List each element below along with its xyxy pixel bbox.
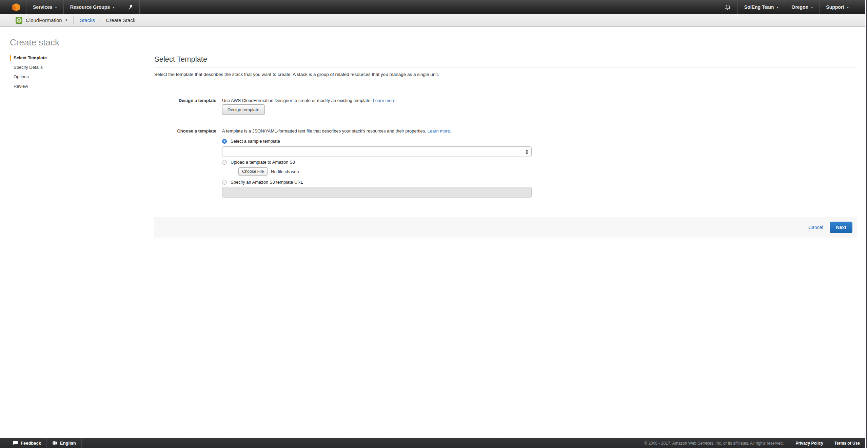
language-button[interactable]: English (47, 438, 81, 448)
choose-template-text: A template is a JSON/YAML-formatted text… (222, 128, 426, 134)
select-stepper-icon (526, 149, 528, 155)
design-template-label: Design a template (154, 98, 216, 103)
heading-divider (154, 67, 857, 67)
speech-bubble-icon (13, 441, 18, 446)
breadcrumb-separator: › (100, 18, 101, 23)
chevron-down-icon: ▾ (65, 18, 67, 22)
account-label: SolEng Team (744, 4, 774, 10)
section-heading: Select Template (154, 55, 207, 64)
cancel-button[interactable]: Cancel (808, 225, 823, 230)
top-nav-right: SolEng Team ▾ Oregon ▾ Support ▾ (718, 0, 865, 14)
service-breadcrumb-bar: CloudFormation ▾ Stacks › Create Stack (0, 14, 865, 27)
support-label: Support (826, 4, 844, 10)
footer-divider (81, 438, 82, 448)
resource-groups-menu[interactable]: Resource Groups ▾ (64, 0, 121, 14)
radio-sample-template-label: Select a sample template (231, 139, 280, 144)
pin-icon (127, 4, 133, 10)
radio-selected-icon[interactable] (222, 139, 227, 144)
wizard-action-bar: Cancel Next (154, 217, 857, 238)
region-menu[interactable]: Oregon ▾ (785, 0, 820, 14)
design-template-button[interactable]: Design template (222, 104, 265, 115)
window-edge-line (866, 0, 867, 448)
support-menu[interactable]: Support ▾ (820, 0, 855, 14)
feedback-button[interactable]: Feedback (7, 438, 46, 448)
nav-divider (139, 0, 140, 14)
resource-groups-label: Resource Groups (70, 4, 110, 10)
step-review[interactable]: Review (10, 84, 47, 89)
terms-of-use-link[interactable]: Terms of Use (829, 438, 865, 448)
breadcrumb-stacks-link[interactable]: Stacks (80, 17, 95, 23)
choose-learn-more-link[interactable]: Learn more. (428, 128, 451, 134)
step-select-template[interactable]: Select Template (10, 55, 47, 61)
section-description: Select the template that describes the s… (154, 72, 439, 77)
services-label: Services (33, 4, 53, 10)
radio-sample-template[interactable]: Select a sample template (222, 139, 280, 144)
footer-bar: Feedback English © 2008 - 2017, Amazon W… (0, 438, 865, 448)
radio-unselected-icon[interactable] (222, 180, 227, 185)
chevron-down-icon: ▾ (55, 5, 57, 9)
aws-cube-icon (12, 3, 21, 12)
page-title: Create stack (10, 37, 59, 48)
radio-template-url-label: Specify an Amazon S3 template URL (231, 180, 303, 185)
sample-template-select[interactable] (222, 146, 532, 157)
region-label: Oregon (792, 4, 809, 10)
globe-icon (52, 441, 57, 446)
wizard-steps: Select Template Specify Details Options … (10, 55, 47, 93)
file-status-text: No file chosen (271, 169, 299, 174)
top-nav-bar: Services ▾ Resource Groups ▾ (0, 0, 865, 14)
bell-icon (725, 4, 731, 11)
choose-template-label: Choose a template (154, 128, 216, 134)
radio-upload-template-label: Upload a template to Amazon S3 (231, 160, 295, 165)
footer-right: © 2008 - 2017, Amazon Web Services, Inc.… (638, 438, 865, 448)
cloudformation-icon (16, 17, 22, 24)
design-template-description: Use AWS CloudFormation Designer to creat… (222, 98, 397, 103)
feedback-label: Feedback (21, 441, 41, 446)
choose-template-description: A template is a JSON/YAML-formatted text… (222, 128, 451, 134)
radio-unselected-icon[interactable] (222, 160, 227, 165)
design-learn-more-link[interactable]: Learn more. (373, 98, 397, 103)
design-template-text: Use AWS CloudFormation Designer to creat… (222, 98, 372, 103)
step-specify-details[interactable]: Specify Details (10, 65, 47, 70)
radio-upload-template[interactable]: Upload a template to Amazon S3 (222, 160, 295, 165)
language-label: English (60, 441, 76, 446)
pinned-shortcuts[interactable] (121, 0, 139, 14)
breadcrumb-current: Create Stack (106, 17, 136, 23)
footer-left-pad (0, 438, 7, 448)
account-menu[interactable]: SolEng Team ▾ (738, 0, 785, 14)
chevron-down-icon: ▾ (776, 5, 778, 9)
copyright-text: © 2008 - 2017, Amazon Web Services, Inc.… (638, 441, 790, 446)
radio-template-url[interactable]: Specify an Amazon S3 template URL (222, 180, 303, 185)
file-upload-row: Choose File No file chosen (238, 167, 299, 176)
choose-file-button[interactable]: Choose File (238, 167, 268, 176)
services-menu[interactable]: Services ▾ (26, 0, 63, 14)
chevron-down-icon: ▾ (847, 5, 849, 9)
breadcrumb: Stacks › Create Stack (74, 17, 135, 23)
step-options[interactable]: Options (10, 74, 47, 80)
chevron-down-icon: ▾ (811, 5, 813, 9)
notifications-button[interactable] (718, 0, 737, 14)
aws-console-window: Services ▾ Resource Groups ▾ (0, 0, 868, 448)
service-name: CloudFormation (26, 17, 62, 23)
privacy-policy-link[interactable]: Privacy Policy (790, 438, 828, 448)
template-url-input[interactable] (222, 187, 532, 198)
next-button[interactable]: Next (830, 222, 852, 233)
chevron-down-icon: ▾ (113, 5, 114, 9)
service-switcher[interactable]: CloudFormation ▾ (0, 14, 73, 26)
aws-logo[interactable] (0, 0, 26, 14)
